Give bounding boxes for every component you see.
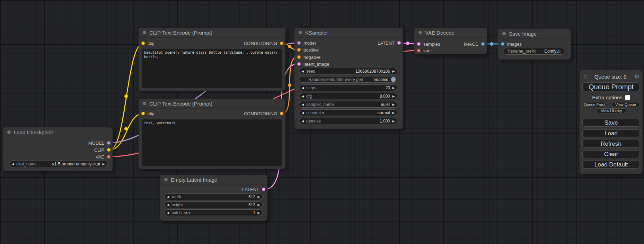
collapse-dot-icon[interactable] [502, 32, 506, 35]
conditioning-slot-icon[interactable] [297, 48, 301, 52]
output-slot-clip[interactable]: CLIP [94, 146, 111, 153]
toggle-dot-icon[interactable] [391, 77, 396, 82]
latent-slot-icon[interactable] [262, 188, 265, 191]
output-slot-vae[interactable]: VAE [96, 153, 111, 160]
input-slot-samples[interactable]: samples [417, 40, 440, 47]
batch-size-widget[interactable]: ◀ batch_size 1 ▶ [164, 209, 263, 216]
save-button[interactable]: Save [582, 119, 640, 127]
sampler-name-widget[interactable]: ◀ sampler_name euler ▶ [299, 101, 397, 108]
node-header[interactable]: KSampler [294, 28, 403, 38]
input-slot-negative[interactable]: negative [297, 54, 320, 61]
node-empty-latent-image[interactable]: Empty Latent Image LATENT ◀ width 512 ▶ … [160, 175, 267, 221]
collapse-dot-icon[interactable] [418, 31, 422, 34]
arrow-right-icon[interactable]: ▶ [390, 94, 397, 98]
load-default-button[interactable]: Load Default [582, 161, 640, 169]
latent-slot-icon[interactable] [397, 41, 401, 45]
latent-slot-icon[interactable] [417, 42, 421, 46]
output-slot-model[interactable]: MODEL [88, 139, 111, 146]
drag-handle-icon[interactable] [583, 74, 587, 79]
arrow-left-icon[interactable]: ◀ [165, 195, 171, 199]
queue-panel[interactable]: Queue size: 0 ⚙ Queue Prompt Extra optio… [580, 70, 643, 174]
conditioning-slot-icon[interactable] [297, 55, 301, 59]
image-slot-icon[interactable] [481, 42, 485, 46]
output-slot-conditioning[interactable]: CONDITIONING [244, 110, 283, 117]
arrow-left-icon[interactable]: ◀ [165, 211, 171, 215]
input-slot-model[interactable]: model [297, 39, 316, 46]
refresh-button[interactable]: Refresh [582, 140, 640, 148]
node-load-checkpoint[interactable]: Load Checkpoint MODEL CLIP VAE ◀ ckpt_na… [3, 127, 113, 171]
arrow-right-icon[interactable]: ▶ [255, 195, 262, 199]
clip-slot-icon[interactable] [141, 42, 145, 45]
arrow-right-icon[interactable]: ▶ [390, 111, 397, 115]
input-slot-clip[interactable]: clip [141, 40, 155, 47]
input-slot-vae[interactable]: vae [417, 47, 431, 54]
extra-options-checkbox[interactable] [625, 95, 630, 100]
arrow-left-icon[interactable]: ◀ [299, 119, 306, 123]
node-header[interactable]: Save Image [498, 29, 571, 39]
conditioning-slot-icon[interactable] [280, 112, 283, 115]
load-button[interactable]: Load [582, 129, 640, 137]
arrow-left-icon[interactable]: ◀ [299, 103, 306, 106]
node-header[interactable]: VAE Decode [414, 28, 487, 38]
ckpt-name-widget[interactable]: ◀ ckpt_name v1-5-pruned-emaonly.ckpt ▶ [9, 161, 107, 167]
node-header[interactable]: Empty Latent Image [160, 175, 267, 185]
collapse-dot-icon[interactable] [143, 102, 146, 105]
latent-slot-icon[interactable] [297, 62, 301, 66]
input-slot-positive[interactable]: positive [297, 46, 319, 53]
node-clip-text-encode-positive[interactable]: CLIP Text Encode (Prompt) clip CONDITION… [139, 28, 285, 91]
arrow-left-icon[interactable]: ◀ [165, 203, 171, 207]
arrow-right-icon[interactable]: ▶ [390, 103, 397, 106]
vae-slot-icon[interactable] [417, 49, 421, 52]
clip-slot-icon[interactable] [107, 148, 111, 152]
denoise-widget[interactable]: ◀ denoise 1.000 ▶ [299, 118, 397, 124]
clear-button[interactable]: Clear [582, 150, 640, 158]
vae-slot-icon[interactable] [107, 155, 111, 159]
collapse-dot-icon[interactable] [143, 31, 146, 34]
arrow-left-icon[interactable]: ◀ [299, 70, 306, 73]
node-ksampler[interactable]: KSampler model positive negative latent_… [294, 28, 403, 129]
prompt-textarea[interactable]: beautiful scenery nature glass bottle la… [142, 49, 282, 88]
collapse-dot-icon[interactable] [299, 31, 302, 34]
filename-prefix-widget[interactable]: filename_prefix ComfyUI [503, 48, 565, 55]
model-slot-icon[interactable] [297, 41, 301, 45]
arrow-left-icon[interactable]: ◀ [299, 94, 306, 98]
conditioning-slot-icon[interactable] [280, 42, 283, 45]
width-widget[interactable]: ◀ width 512 ▶ [164, 193, 263, 200]
clip-slot-icon[interactable] [141, 112, 145, 115]
node-clip-text-encode-negative[interactable]: CLIP Text Encode (Prompt) clip CONDITION… [139, 99, 285, 169]
queue-front-button[interactable]: Queue Front [582, 102, 607, 107]
output-slot-conditioning[interactable]: CONDITIONING [244, 40, 283, 47]
node-header[interactable]: CLIP Text Encode (Prompt) [139, 28, 285, 38]
input-slot-clip[interactable]: clip [141, 110, 155, 117]
output-slot-latent[interactable]: LATENT [378, 39, 401, 46]
arrow-left-icon[interactable]: ◀ [9, 162, 16, 166]
arrow-right-icon[interactable]: ▶ [390, 70, 397, 73]
collapse-dot-icon[interactable] [7, 130, 11, 134]
random-seed-toggle[interactable]: Random seed after every gen enabled [299, 76, 397, 83]
arrow-right-icon[interactable]: ▶ [100, 162, 107, 166]
node-header[interactable]: CLIP Text Encode (Prompt) [139, 99, 285, 109]
output-slot-image[interactable]: IMAGE [464, 40, 485, 47]
arrow-left-icon[interactable]: ◀ [299, 111, 306, 115]
scheduler-widget[interactable]: ◀ scheduler normal ▶ [299, 109, 397, 116]
height-widget[interactable]: ◀ height 512 ▶ [164, 201, 263, 208]
node-save-image[interactable]: Save Image images filename_prefix ComfyU… [498, 29, 571, 60]
view-queue-button[interactable]: View Queue [611, 102, 640, 107]
seed-widget[interactable]: ◀ seed 156680208700286 ▶ [299, 68, 397, 74]
output-slot-latent[interactable]: LATENT [242, 186, 265, 193]
node-vae-decode[interactable]: VAE Decode samples vae IMAGE [414, 28, 487, 54]
collapse-dot-icon[interactable] [164, 178, 168, 181]
image-slot-icon[interactable] [501, 42, 504, 46]
arrow-right-icon[interactable]: ▶ [390, 119, 397, 123]
queue-prompt-button[interactable]: Queue Prompt [582, 82, 640, 91]
cfg-widget[interactable]: ◀ cfg 8.000 ▶ [299, 93, 397, 99]
input-slot-images[interactable]: images [501, 40, 522, 47]
arrow-left-icon[interactable]: ◀ [299, 86, 306, 90]
prompt-textarea[interactable]: text, watermark [142, 119, 282, 166]
comfyui-canvas[interactable]: { "colors": { "model": "#B39DDB", "clip"… [0, 0, 644, 244]
arrow-right-icon[interactable]: ▶ [255, 211, 262, 215]
steps-widget[interactable]: ◀ steps 20 ▶ [299, 84, 397, 91]
model-slot-icon[interactable] [107, 141, 111, 145]
arrow-right-icon[interactable]: ▶ [390, 86, 397, 90]
view-history-button[interactable]: View History [597, 108, 626, 113]
